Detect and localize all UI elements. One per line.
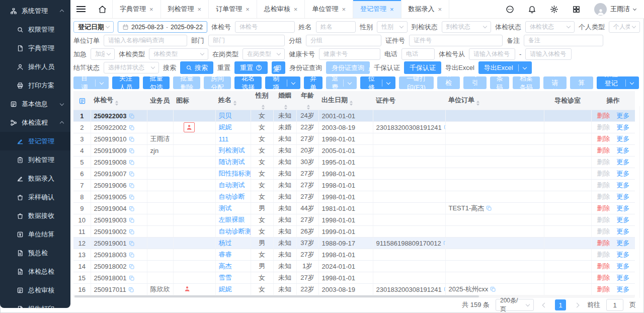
user-menu[interactable]: 王雨洁 [594, 3, 636, 16]
sidebar-item-summary-review[interactable]: 总检审核 [0, 281, 70, 299]
more-link[interactable]: 更多 [616, 158, 629, 167]
abandon-order-button[interactable]: 弃单 [304, 76, 323, 89]
arrival-status[interactable]: 到检状态 [442, 21, 491, 33]
button-split-caret[interactable] [287, 80, 295, 87]
phone[interactable]: 电话 [401, 48, 435, 60]
more-link[interactable]: 更多 [616, 227, 629, 236]
project-adjust-button[interactable]: 项目调整 [73, 76, 109, 89]
copy-icon[interactable] [444, 125, 445, 131]
patient-name-link[interactable]: 自动诊断 [219, 193, 245, 200]
patient-name-link[interactable]: 自动测试 [219, 181, 245, 189]
register-date-range[interactable]: 2025-08-23-2025-09-22 [118, 21, 207, 33]
list-icon[interactable] [78, 97, 86, 105]
table-row[interactable]: 12250919001杨过男未知37岁1988-09-1791158619880… [73, 238, 635, 249]
column-header-6[interactable]: 婚姻 [273, 91, 296, 110]
copy-icon[interactable] [129, 148, 135, 154]
tab-6[interactable]: 数据录入× [401, 0, 450, 18]
current-page-button[interactable]: 1 [555, 299, 566, 310]
delete-link[interactable]: 删除 [597, 146, 610, 155]
tab-3[interactable]: 总检审核× [257, 0, 305, 18]
copy-icon[interactable] [129, 136, 135, 142]
column-header-10[interactable]: 单位订单 [445, 91, 544, 110]
qianbao-auth-button[interactable]: 千保认证 [404, 61, 441, 74]
delete-link[interactable]: 删除 [597, 204, 610, 213]
sidebar-item-basic-info[interactable]: 基本信息 [0, 95, 70, 113]
person-type[interactable]: 个人类型 [609, 21, 640, 33]
column-header-4[interactable]: 姓名 [215, 91, 251, 110]
close-icon[interactable]: × [342, 6, 346, 13]
sidebar-item-system-management[interactable]: 系统管理 [0, 2, 70, 20]
more-link[interactable]: 更多 [616, 215, 629, 224]
button-split-caret[interactable] [95, 80, 103, 87]
copy-icon[interactable] [443, 241, 445, 247]
tab-1[interactable]: 到检管理× [160, 0, 209, 18]
copy-icon[interactable] [129, 217, 135, 223]
archive-barcode-button[interactable]: 档案条码 [513, 76, 540, 89]
prev-page-button[interactable] [540, 303, 549, 307]
notification-bell-icon[interactable] [528, 5, 536, 14]
sort-icon[interactable] [284, 105, 287, 110]
delete-link[interactable]: 删除 [597, 215, 610, 224]
tab-5[interactable]: 登记管理× [353, 0, 401, 18]
exam-type[interactable]: 体检类型 [149, 48, 208, 60]
sidebar-item-dictionary-management[interactable]: 字典管理 [0, 39, 70, 57]
table-row[interactable]: 1250922003贝贝女未知24岁2001-01-01删除更多 [73, 110, 635, 122]
more-link[interactable]: 更多 [616, 262, 629, 271]
copy-icon[interactable] [129, 252, 135, 258]
settings-gear-icon[interactable] [550, 5, 558, 14]
column-header-1[interactable]: 体检号 [91, 91, 147, 110]
table-row[interactable]: 7250919006自动测试女未知27岁1998-01-01删除更多 [73, 180, 635, 191]
table-row[interactable]: 6250919007阳性指标测试女未知27岁1998-01-01删除更多 [73, 168, 635, 180]
sort-icon[interactable] [476, 101, 479, 106]
close-icon[interactable]: × [294, 6, 298, 13]
patient-name-link[interactable]: 睿睿 [219, 251, 232, 258]
sidebar-item-pre-summary[interactable]: 预总检 [0, 244, 70, 262]
id-number[interactable]: 证件号 [409, 35, 503, 46]
more-link[interactable]: 更多 [616, 134, 629, 143]
search-button[interactable]: 搜索 [180, 61, 213, 74]
home-tab[interactable] [92, 0, 113, 18]
copy-icon[interactable] [129, 194, 135, 200]
copy-icon[interactable] [129, 171, 135, 177]
sidebar-item-unit-settlement[interactable]: 单位结算 [0, 225, 70, 244]
patient-name-link[interactable]: 杨过 [219, 239, 232, 247]
urgent[interactable]: 加急 [91, 48, 115, 60]
tab-2[interactable]: 订单管理× [208, 0, 257, 18]
export-excel-button[interactable]: 导出Excel [478, 61, 532, 74]
exam-no-range-to[interactable]: 请输入体检号 [525, 48, 572, 60]
copy-icon[interactable] [444, 287, 445, 293]
table-row[interactable]: 15250918001雪雪女未知27岁1998-01-01删除更多 [73, 272, 635, 284]
sort-icon[interactable] [115, 101, 118, 106]
more-link[interactable]: 更多 [616, 239, 629, 248]
copy-icon[interactable] [129, 183, 135, 189]
copy-icon[interactable] [129, 264, 135, 270]
patient-name-link[interactable]: 雪雪 [219, 274, 232, 281]
gender[interactable]: 性别 [377, 21, 408, 33]
sidebar-item-report-print[interactable]: 报告打印 [0, 299, 70, 308]
reset-button[interactable]: 重置 [234, 61, 268, 74]
column-header-8[interactable]: 出生日期 [318, 91, 373, 110]
table-row[interactable]: 14250918002高杰男未知1岁2024-01-01删除更多 [73, 261, 635, 272]
close-icon[interactable]: × [390, 6, 394, 13]
health-card[interactable]: 健康卡号 [319, 48, 380, 60]
exam-no[interactable]: 体检号 [235, 21, 295, 33]
button-split-caret[interactable] [625, 80, 633, 87]
sidebar-item-arrival-management[interactable]: 到检管理 [0, 150, 70, 169]
close-icon[interactable]: × [198, 6, 202, 13]
person-name[interactable]: 姓名 [316, 21, 356, 33]
sidebar-item-exam-summary[interactable]: 体检总检 [0, 262, 70, 281]
sidebar-item-print-scheme[interactable]: 打印方案 [0, 76, 70, 95]
department[interactable]: 部门 [208, 35, 285, 46]
delete-link[interactable]: 删除 [597, 134, 610, 143]
patient-name-link[interactable]: 妮妮 [219, 123, 232, 131]
batch-check-button[interactable]: 批量勾选 [143, 76, 170, 89]
patient-name-link[interactable]: 到检测试 [219, 146, 245, 154]
message-icon[interactable] [506, 5, 514, 14]
duty-type[interactable]: 在岗类型 [243, 48, 285, 60]
table-row[interactable]: 13250918003睿睿女未知27岁1998-01-01删除更多 [73, 249, 635, 261]
copy-icon[interactable] [129, 160, 135, 166]
more-link[interactable]: 更多 [616, 250, 629, 259]
sidebar-item-data-receive[interactable]: 数据接收 [0, 206, 70, 225]
sidebar-item-operators[interactable]: 操作人员 [0, 57, 70, 76]
goto-page-input[interactable] [606, 299, 623, 311]
